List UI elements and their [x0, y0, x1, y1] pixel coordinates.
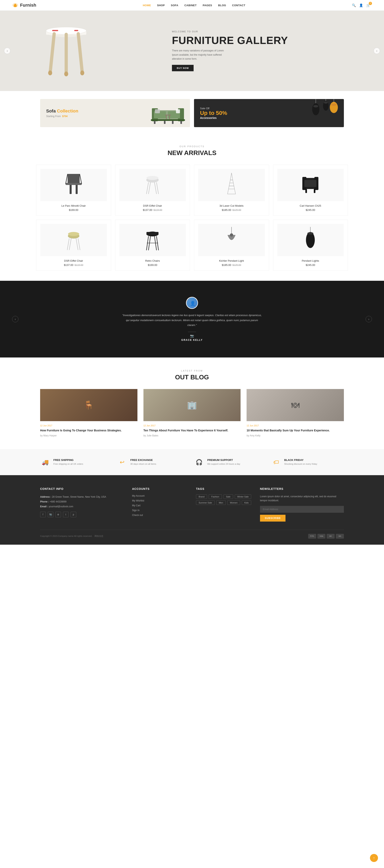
product-price: $185.00$129.00 — [198, 209, 265, 212]
svg-line-42 — [80, 174, 82, 184]
products-grid: Le Parc Minotti Chair $169.00 DSR Eiffel… — [36, 165, 348, 271]
newsletter-email-input[interactable] — [260, 506, 344, 513]
tag[interactable]: Brand — [196, 494, 207, 499]
svg-line-9 — [78, 34, 82, 73]
tag[interactable]: Women — [227, 500, 240, 505]
tag[interactable]: Winter Sale — [235, 494, 251, 499]
promo-accessories-label: Accessories — [200, 116, 227, 120]
nav-cabinet[interactable]: CABINET — [184, 4, 197, 7]
product-old-price: $119.00 — [75, 264, 83, 267]
blog-card[interactable]: 🪑 12 Jun 2017 How Furniture Is Going To … — [40, 389, 137, 437]
tag[interactable]: Kids — [242, 500, 251, 505]
account-link[interactable]: Sign In — [132, 509, 188, 512]
logo[interactable]: Furnish — [12, 2, 36, 8]
hero-cta-button[interactable]: BUY NOW — [172, 65, 194, 71]
account-link[interactable]: My Cart — [132, 504, 188, 507]
tag[interactable]: Fashion — [209, 494, 222, 499]
hero-prev-button[interactable]: ‹ — [4, 48, 10, 54]
svg-point-33 — [324, 102, 328, 104]
testimonial-section: ‹ 👤 "Investigationes demonstraverunt lec… — [0, 281, 384, 358]
mastercard-icon: MC — [327, 534, 335, 539]
blog-card[interactable]: 🏢 12 Jun 2017 Ten Things About Furniture… — [143, 389, 241, 437]
search-icon[interactable]: 🔍 — [352, 3, 356, 7]
feature-blackfriday-desc: Shocking discount on every friday — [284, 462, 317, 466]
promo-sofa-card[interactable]: Sofa Collection Starting From $704 — [40, 99, 190, 127]
feature-blackfriday-title: BLACK FRIDAY — [284, 459, 317, 462]
product-name: Carl Hansen Ch25 — [277, 204, 344, 207]
footer-bottom: Copyright © 2023.Company name All rights… — [40, 530, 344, 539]
svg-marker-49 — [230, 173, 233, 180]
rss-icon[interactable]: ⊛ — [56, 512, 61, 517]
product-image — [277, 224, 344, 256]
feature-support: 🎧 PREMIUM SUPPORT We support online 24 h… — [194, 457, 267, 467]
facebook-icon[interactable]: f — [40, 512, 46, 517]
product-card[interactable]: Le Parc Minotti Chair $169.00 — [36, 165, 111, 216]
promo-sale-off: Sale Off — [200, 107, 227, 110]
promo-accessories-card[interactable]: Sale Off Up to 50% Accessories — [194, 99, 344, 127]
blog-card[interactable]: 🍽 12 Jun 2017 10 Moments that Basically … — [247, 389, 344, 437]
nav-contact[interactable]: CONTACT — [232, 4, 245, 7]
product-card[interactable]: Retro Chairs $169.00 — [115, 220, 190, 271]
header: Furnish HOME SHOP SOFA CABINET PAGES BLO… — [0, 0, 384, 11]
promo-sofa-collection: Collection — [56, 108, 78, 114]
blog-author: by Julie Bates — [143, 434, 241, 437]
nav-blog[interactable]: BLOG — [218, 4, 226, 7]
svg-line-47 — [154, 182, 156, 194]
footer-social: f 📷 ⊛ t p — [40, 512, 124, 517]
product-card[interactable]: Carl Hansen Ch25 $245.00 — [273, 165, 348, 216]
svg-rect-58 — [305, 189, 307, 193]
account-link[interactable]: My Wishlist — [132, 499, 188, 502]
product-name: DSR Eiffel Chair — [119, 204, 186, 207]
testimonial-next-button[interactable]: › — [365, 316, 372, 322]
product-image — [40, 169, 107, 201]
product-card[interactable]: Kichler Pendant Light $185.00$129.00 — [194, 220, 269, 271]
blog-grid: 🪑 12 Jun 2017 How Furniture Is Going To … — [40, 389, 344, 437]
product-name: Retro Chairs — [119, 259, 186, 262]
svg-point-12 — [80, 70, 84, 75]
product-card[interactable]: DSR Eiffel Chair $137.00$119.00 — [36, 220, 111, 271]
tag[interactable]: Men — [216, 500, 226, 505]
testimonial-prev-button[interactable]: ‹ — [12, 316, 19, 322]
promo-sofa-from: Starting From — [46, 115, 61, 118]
product-card[interactable]: DSR Eiffel Chair $137.00$119.00 — [115, 165, 190, 216]
logo-icon — [12, 2, 19, 8]
account-link[interactable]: Check out — [132, 514, 188, 517]
feature-shipping: 🚚 FREE SHIPPING Free shipping on all UK … — [40, 457, 113, 467]
instagram-icon[interactable]: 📷 — [48, 512, 54, 517]
hero-description: There are many variations of passages of… — [172, 49, 228, 61]
cart-badge: 0 — [369, 2, 372, 5]
newsletter-subscribe-button[interactable]: Subscribe — [260, 515, 286, 522]
nav-home[interactable]: HOME — [143, 4, 151, 7]
user-icon[interactable]: 👤 — [359, 3, 363, 7]
email-label: Email : — [40, 505, 48, 508]
feature-support-text: PREMIUM SUPPORT We support online 24 hou… — [207, 459, 240, 466]
product-card[interactable]: 3d Laser Cut Models $185.00$129.00 — [194, 165, 269, 216]
twitter-icon[interactable]: t — [63, 512, 69, 517]
product-image — [119, 224, 186, 256]
svg-line-41 — [66, 174, 68, 184]
svg-rect-22 — [180, 121, 182, 124]
svg-point-10 — [48, 70, 52, 75]
tag[interactable]: Summer Sale — [196, 500, 215, 505]
blog-image: 🪑 — [40, 389, 137, 421]
hero-next-button[interactable]: › — [374, 48, 380, 54]
account-link[interactable]: My Account — [132, 494, 188, 497]
payment-icons: PYPL VISA MC WS — [308, 534, 344, 539]
svg-point-30 — [313, 105, 318, 107]
product-price: $137.00$119.00 — [40, 264, 107, 267]
cart-icon[interactable]: 🛒0 — [366, 3, 372, 7]
svg-point-77 — [307, 232, 313, 235]
tag[interactable]: Sale — [223, 494, 233, 499]
svg-point-11 — [64, 71, 68, 76]
products-header: OUR PRODUCTS NEW ARRIVALS — [36, 145, 348, 157]
product-card[interactable]: Pendant Lights $245.00 — [273, 220, 348, 271]
svg-rect-6 — [74, 30, 78, 31]
svg-marker-51 — [228, 186, 236, 194]
feature-exchange-text: FREE EXCHANGE 30 days return on all item… — [130, 459, 156, 466]
nav-shop[interactable]: SHOP — [157, 4, 165, 7]
nav-pages[interactable]: PAGES — [203, 4, 212, 7]
feature-shipping-title: FREE SHIPPING — [54, 459, 83, 462]
nav-sofa[interactable]: SOFA — [171, 4, 178, 7]
pinterest-icon[interactable]: p — [71, 512, 76, 517]
blog-author: by Mary Harper — [40, 434, 137, 437]
